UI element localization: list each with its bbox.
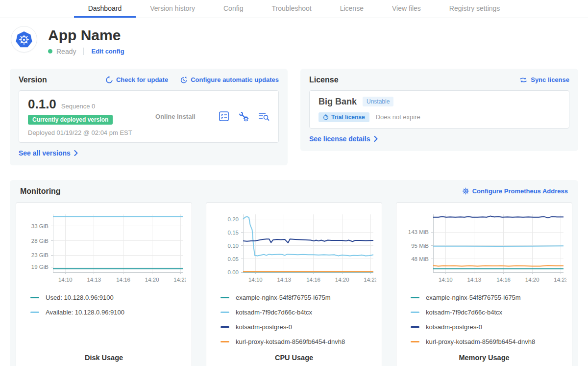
legend-label: kotsadm-postgres-0 — [426, 323, 482, 331]
legend-swatch-icon — [220, 341, 229, 342]
sequence-label: Sequence 0 — [61, 103, 95, 110]
svg-text:14:10: 14:10 — [248, 277, 263, 283]
wrench-gear-icon — [238, 111, 249, 122]
logs-search-icon — [258, 111, 270, 121]
svg-text:14:10: 14:10 — [439, 277, 453, 283]
svg-text:14:23: 14:23 — [173, 277, 186, 283]
legend-item[interactable]: example-nginx-54f8f76755-l675m — [411, 294, 566, 301]
tab-view-files[interactable]: View files — [378, 0, 435, 18]
license-details-card: Big Bank Unstable Trial license Does not… — [309, 90, 569, 129]
stopwatch-icon — [323, 114, 329, 120]
legend-swatch-icon — [411, 326, 419, 328]
svg-text:95 MiB: 95 MiB — [411, 242, 429, 248]
edit-config-button[interactable] — [238, 111, 249, 122]
view-logs-button[interactable] — [258, 111, 270, 121]
monitoring-title: Monitoring — [20, 187, 61, 196]
see-license-details-link[interactable]: See license details — [309, 135, 378, 143]
legend-label: kotsadm-7f9dc7d66c-b4tcx — [236, 309, 312, 316]
legend-label: kurl-proxy-kotsadm-8569fb6454-dnvh8 — [236, 338, 345, 345]
legend-label: Used: 10.128.0.96:9100 — [46, 294, 114, 301]
panels-row: Version Check for update — [10, 69, 578, 165]
legend-label: example-nginx-54f8f76755-l675m — [236, 294, 331, 301]
legend-label: kotsadm-postgres-0 — [236, 323, 292, 331]
schedule-icon — [180, 76, 188, 84]
configure-automatic-updates-link[interactable]: Configure automatic updates — [180, 76, 279, 84]
svg-text:14:23: 14:23 — [554, 277, 566, 283]
svg-text:14:20: 14:20 — [335, 277, 349, 283]
svg-text:0.05: 0.05 — [228, 256, 239, 261]
tab-dashboard[interactable]: Dashboard — [74, 0, 136, 18]
version-panel-title: Version — [19, 76, 47, 84]
legend-swatch-icon — [30, 297, 39, 298]
legend-swatch-icon — [411, 312, 419, 313]
svg-text:14:20: 14:20 — [145, 277, 159, 283]
top-nav: DashboardVersion historyConfigTroublesho… — [0, 0, 588, 18]
channel-badge: Unstable — [363, 97, 393, 106]
memory-usage-chart-card: 48 MiB95 MiB143 MiB14:1014:1314:1614:201… — [396, 202, 572, 366]
tab-troubleshoot[interactable]: Troubleshoot — [257, 0, 325, 18]
svg-text:48 MiB: 48 MiB — [411, 256, 429, 261]
gear-icon — [462, 187, 469, 195]
legend-label: Available: 10.128.0.96:9100 — [46, 309, 124, 316]
svg-text:19 GiB: 19 GiB — [31, 264, 49, 270]
see-all-versions-link[interactable]: See all versions — [19, 149, 78, 157]
divider — [83, 48, 84, 55]
legend-swatch-icon — [411, 341, 419, 342]
legend-item[interactable]: example-nginx-54f8f76755-l675m — [220, 294, 376, 301]
sync-license-link[interactable]: Sync license — [519, 76, 569, 83]
legend-item[interactable]: kotsadm-7f9dc7d66c-b4tcx — [411, 309, 566, 316]
tab-config[interactable]: Config — [209, 0, 257, 18]
version-number: 0.1.0 — [28, 97, 56, 112]
legend-item[interactable]: kotsadm-7f9dc7d66c-b4tcx — [220, 309, 376, 316]
check-for-update-link[interactable]: Check for update — [105, 76, 168, 84]
svg-text:14:16: 14:16 — [496, 277, 511, 283]
svg-text:14:16: 14:16 — [116, 277, 130, 283]
license-type-badge: Trial license — [318, 112, 369, 122]
svg-text:0.10: 0.10 — [228, 242, 239, 248]
legend-item[interactable]: kurl-proxy-kotsadm-8569fb6454-dnvh8 — [411, 338, 566, 345]
legend-item[interactable]: kotsadm-postgres-0 — [220, 323, 376, 331]
legend-label: example-nginx-54f8f76755-l675m — [426, 294, 521, 301]
deployed-badge: Currently deployed version — [28, 115, 113, 125]
svg-text:14:13: 14:13 — [277, 277, 291, 283]
memory-usage-legend: example-nginx-54f8f76755-l675mkotsadm-7f… — [402, 294, 566, 345]
svg-text:14:10: 14:10 — [58, 277, 73, 283]
svg-text:14:13: 14:13 — [467, 277, 481, 283]
tab-registry-settings[interactable]: Registry settings — [435, 0, 514, 18]
version-actions — [219, 111, 270, 122]
configure-prometheus-link[interactable]: Configure Prometheus Address — [462, 187, 568, 195]
refresh-icon — [105, 76, 113, 84]
chart-title: CPU Usage — [212, 349, 376, 362]
svg-text:0.00: 0.00 — [228, 269, 239, 275]
legend-item[interactable]: kotsadm-postgres-0 — [411, 323, 566, 331]
svg-text:14:16: 14:16 — [306, 277, 320, 283]
legend-label: kotsadm-7f9dc7d66c-b4tcx — [426, 309, 502, 316]
legend-swatch-icon — [30, 312, 39, 313]
status-badge: Ready — [56, 48, 76, 55]
sync-icon — [519, 77, 528, 83]
legend-label: kurl-proxy-kotsadm-8569fb6454-dnvh8 — [426, 338, 535, 345]
preflight-checks-button[interactable] — [219, 111, 229, 122]
svg-text:0.20: 0.20 — [228, 216, 239, 222]
legend-item[interactable]: kurl-proxy-kotsadm-8569fb6454-dnvh8 — [220, 338, 376, 345]
svg-text:14:20: 14:20 — [525, 277, 539, 283]
legend-swatch-icon — [220, 312, 229, 313]
app-header-text: App Name Ready Edit config — [48, 26, 124, 55]
tab-license[interactable]: License — [326, 0, 378, 18]
tab-version-history[interactable]: Version history — [136, 0, 209, 18]
monitoring-section: Monitoring Configure Prometheus Address — [10, 180, 578, 366]
legend-item[interactable]: Used: 10.128.0.96:9100 — [30, 294, 186, 301]
customer-name: Big Bank — [318, 97, 357, 107]
license-panel: License Sync license Big Ban — [300, 69, 578, 151]
install-type-label: Online Install — [132, 113, 219, 120]
legend-swatch-icon — [220, 326, 229, 328]
version-panel: Version Check for update — [10, 69, 288, 165]
disk-usage-legend: Used: 10.128.0.96:9100Available: 10.128.… — [22, 294, 186, 316]
chart-title: Memory Usage — [402, 349, 566, 362]
legend-item[interactable]: Available: 10.128.0.96:9100 — [30, 309, 186, 316]
edit-config-link[interactable]: Edit config — [91, 48, 124, 55]
svg-text:33 GiB: 33 GiB — [31, 223, 49, 229]
memory-usage-chart: 48 MiB95 MiB143 MiB14:1014:1314:1614:201… — [402, 209, 566, 288]
page-title: App Name — [48, 27, 124, 43]
app-header: App Name Ready Edit config — [0, 18, 588, 55]
